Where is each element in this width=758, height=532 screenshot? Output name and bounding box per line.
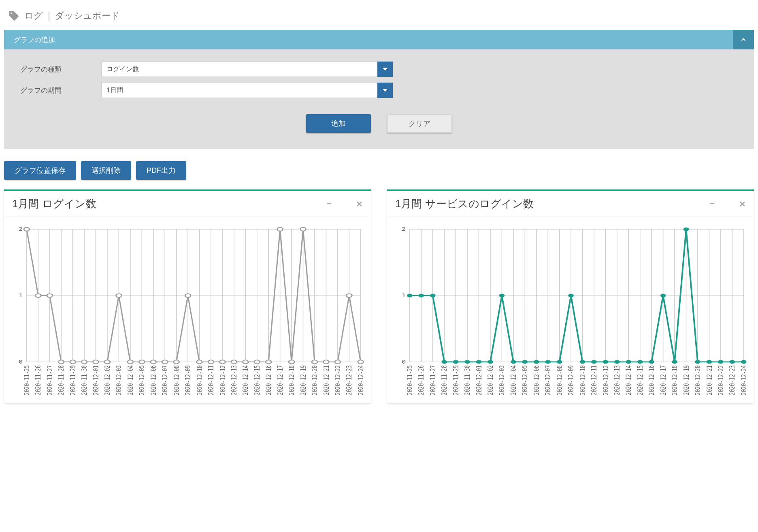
svg-point-96 (346, 294, 352, 297)
svg-point-81 (174, 360, 179, 364)
action-bar: グラフ位置保存 選択削除 PDF出力 (4, 161, 754, 180)
svg-point-189 (695, 360, 701, 364)
svg-text:2020-12-15: 2020-12-15 (253, 365, 261, 395)
svg-point-82 (185, 294, 191, 297)
svg-text:2020-11-28: 2020-11-28 (57, 365, 66, 395)
add-graph-panel: グラフの追加 グラフの種類 グラフの期間 (4, 30, 754, 149)
svg-text:2020-12-14: 2020-12-14 (241, 365, 250, 395)
svg-text:2020-12-20: 2020-12-20 (311, 365, 319, 395)
svg-point-68 (24, 228, 30, 231)
minimize-icon[interactable]: − (710, 199, 715, 209)
svg-text:2020-11-25: 2020-11-25 (22, 365, 31, 395)
collapse-button[interactable] (733, 30, 754, 49)
svg-text:2020-12-18: 2020-12-18 (671, 365, 679, 395)
caret-down-icon (383, 67, 388, 72)
svg-text:2020-12-08: 2020-12-08 (172, 365, 181, 395)
svg-point-74 (93, 360, 99, 364)
tag-icon (8, 10, 19, 21)
svg-point-170 (476, 360, 482, 364)
svg-point-69 (35, 294, 41, 297)
svg-point-172 (499, 294, 505, 297)
chart-card: 1月間 サービスのログイン数−✕0122020-11-252020-11-262… (387, 189, 754, 403)
svg-point-75 (104, 360, 110, 364)
svg-point-174 (522, 360, 528, 364)
svg-text:2020-11-29: 2020-11-29 (68, 365, 77, 395)
svg-text:2020-11-25: 2020-11-25 (405, 365, 414, 395)
svg-point-164 (407, 294, 413, 297)
svg-point-88 (254, 360, 260, 364)
chart-plot-area: 0122020-11-252020-11-262020-11-272020-11… (387, 217, 754, 403)
svg-text:2020-12-13: 2020-12-13 (613, 365, 621, 395)
svg-text:2020-12-14: 2020-12-14 (624, 365, 633, 395)
svg-text:2020-12-21: 2020-12-21 (705, 365, 713, 395)
svg-point-186 (660, 294, 666, 297)
pdf-export-button[interactable]: PDF出力 (136, 161, 186, 180)
graph-type-select[interactable] (101, 62, 377, 77)
svg-text:2020-12-02: 2020-12-02 (103, 365, 112, 395)
clear-button[interactable]: クリア (387, 114, 452, 133)
svg-point-177 (557, 360, 562, 364)
svg-text:2020-12-13: 2020-12-13 (230, 365, 238, 395)
svg-text:2020-12-21: 2020-12-21 (322, 365, 330, 395)
graph-period-dropdown-button[interactable] (377, 83, 393, 98)
svg-point-79 (151, 360, 156, 364)
svg-point-193 (741, 360, 747, 364)
svg-text:2020-12-10: 2020-12-10 (578, 365, 587, 395)
svg-text:2020-12-06: 2020-12-06 (149, 365, 158, 395)
svg-point-180 (591, 360, 597, 364)
save-position-button[interactable]: グラフ位置保存 (4, 161, 76, 180)
svg-point-166 (430, 294, 436, 297)
svg-text:2020-12-06: 2020-12-06 (532, 365, 541, 395)
svg-marker-0 (383, 68, 388, 70)
close-icon[interactable]: ✕ (356, 199, 363, 209)
svg-text:2020-12-12: 2020-12-12 (218, 365, 227, 395)
svg-marker-1 (383, 89, 388, 92)
svg-text:2020-11-29: 2020-11-29 (451, 365, 460, 395)
svg-text:2020-12-07: 2020-12-07 (544, 365, 552, 395)
svg-text:2020-12-04: 2020-12-04 (509, 365, 517, 395)
svg-point-175 (534, 360, 539, 364)
svg-text:2: 2 (19, 226, 23, 232)
svg-text:2020-12-16: 2020-12-16 (647, 365, 656, 395)
svg-point-87 (243, 360, 248, 364)
svg-point-77 (128, 360, 133, 364)
svg-point-190 (707, 360, 712, 364)
svg-text:2020-11-26: 2020-11-26 (417, 365, 426, 395)
svg-text:0: 0 (402, 359, 406, 365)
svg-text:2020-12-18: 2020-12-18 (287, 365, 296, 395)
svg-point-178 (568, 294, 574, 297)
chart-plot-area: 0122020-11-252020-11-262020-11-272020-11… (4, 217, 371, 403)
svg-text:2020-12-20: 2020-12-20 (694, 365, 702, 395)
svg-point-71 (58, 360, 64, 364)
svg-point-90 (277, 228, 283, 231)
add-button[interactable]: 追加 (306, 114, 371, 133)
svg-text:2020-11-28: 2020-11-28 (440, 365, 449, 395)
svg-point-187 (672, 360, 677, 364)
svg-point-94 (324, 360, 329, 364)
svg-text:2020-12-10: 2020-12-10 (195, 365, 204, 395)
graph-period-select[interactable] (101, 83, 377, 98)
graph-type-dropdown-button[interactable] (377, 62, 393, 77)
svg-text:2020-12-24: 2020-12-24 (739, 365, 748, 395)
svg-text:1: 1 (19, 293, 23, 298)
minimize-icon[interactable]: − (327, 199, 332, 209)
svg-point-85 (220, 360, 226, 364)
close-icon[interactable]: ✕ (739, 199, 746, 209)
breadcrumb-item-dashboard[interactable]: ダッシュボード (55, 10, 120, 22)
svg-text:2020-12-09: 2020-12-09 (184, 365, 192, 395)
svg-point-86 (231, 360, 237, 364)
svg-point-76 (116, 294, 122, 297)
chevron-up-icon (740, 36, 747, 43)
svg-text:2020-12-11: 2020-12-11 (590, 365, 598, 395)
breadcrumb-separator: | (48, 11, 50, 21)
svg-text:0: 0 (19, 359, 23, 365)
graph-type-label: グラフの種類 (20, 65, 101, 74)
delete-selected-button[interactable]: 選択削除 (81, 161, 131, 180)
svg-point-83 (197, 360, 202, 364)
svg-text:2020-12-15: 2020-12-15 (636, 365, 644, 395)
svg-point-183 (626, 360, 631, 364)
breadcrumb-item-log[interactable]: ログ (24, 10, 43, 22)
svg-text:2020-12-07: 2020-12-07 (161, 365, 169, 395)
svg-text:2020-12-22: 2020-12-22 (333, 365, 342, 395)
svg-text:2020-12-03: 2020-12-03 (498, 365, 506, 395)
